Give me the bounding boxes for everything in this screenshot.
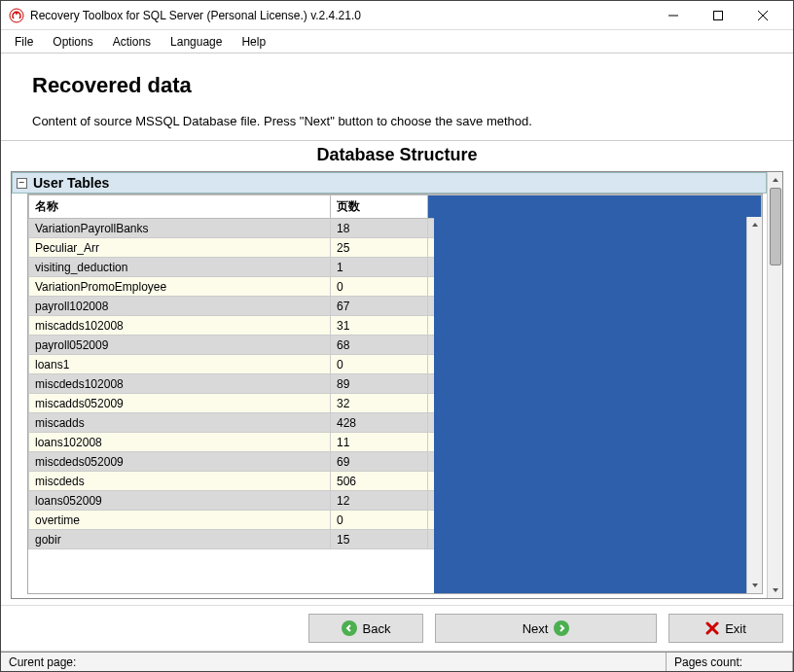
scroll-down-icon[interactable] — [768, 583, 783, 598]
cell-name: miscadds052009 — [29, 394, 331, 413]
cell-pages: 67 — [331, 297, 428, 316]
scroll-thumb[interactable] — [770, 188, 781, 265]
app-icon — [9, 8, 24, 23]
svg-point-1 — [16, 13, 18, 15]
cell-pages: 69 — [331, 452, 428, 472]
next-button[interactable]: Next — [435, 614, 657, 643]
panel-vertical-scrollbar[interactable] — [767, 172, 782, 598]
cell-name: Peculiar_Arr — [29, 238, 331, 258]
scroll-up-icon[interactable] — [768, 172, 783, 188]
cell-name: gobir — [29, 530, 331, 549]
status-current-page: Curent page: — [1, 653, 667, 671]
cell-name: miscadds102008 — [29, 316, 331, 336]
cell-name: visiting_deduction — [29, 258, 331, 277]
section-title: Database Structure — [1, 141, 793, 171]
arrow-left-icon — [342, 620, 357, 636]
cell-pages: 89 — [331, 374, 428, 394]
cell-name: loans052009 — [29, 491, 331, 511]
svg-rect-3 — [714, 11, 723, 19]
button-bar: Back Next Exit — [1, 605, 793, 652]
cell-pages: 68 — [331, 336, 428, 355]
status-pages-count: Pages count: — [667, 653, 793, 671]
arrow-right-icon — [554, 620, 569, 636]
cell-name: VariationPayrollBanks — [29, 219, 331, 238]
menu-file[interactable]: File — [5, 33, 43, 51]
cell-pages: 428 — [331, 413, 428, 433]
cell-pages: 31 — [331, 316, 428, 336]
column-header-pages[interactable]: 页数 — [331, 195, 428, 219]
cell-name: miscadds — [29, 413, 331, 433]
cell-name: loans102008 — [29, 433, 331, 452]
cell-pages: 0 — [331, 511, 428, 530]
menu-language[interactable]: Language — [161, 33, 232, 51]
cell-pages: 15 — [331, 530, 428, 549]
next-label: Next — [523, 621, 549, 636]
cell-name: payroll102008 — [29, 297, 331, 316]
status-bar: Curent page: Pages count: — [1, 652, 793, 671]
minimize-button[interactable] — [651, 2, 696, 29]
exit-label: Exit — [725, 621, 746, 636]
cell-name: loans1 — [29, 355, 331, 374]
cell-name: miscdeds052009 — [29, 452, 331, 472]
cell-name: miscdeds — [29, 472, 331, 491]
cell-name: overtime — [29, 511, 331, 530]
cell-name: VariationPromoEmployee — [29, 277, 331, 297]
cell-pages: 12 — [331, 491, 428, 511]
cell-pages: 506 — [331, 472, 428, 491]
back-label: Back — [363, 621, 391, 636]
header-section: Recovered data Content of source MSSQL D… — [1, 53, 793, 140]
back-button[interactable]: Back — [308, 614, 423, 643]
selection-overlay — [434, 218, 746, 593]
cell-pages: 25 — [331, 238, 428, 258]
cell-pages: 18 — [331, 219, 428, 238]
group-label: User Tables — [33, 175, 109, 191]
maximize-button[interactable] — [696, 2, 740, 29]
menu-bar: File Options Actions Language Help — [1, 30, 793, 53]
exit-button[interactable]: Exit — [668, 614, 783, 643]
title-bar: Recovery Toolbox for SQL Server (Persona… — [1, 1, 793, 30]
page-description: Content of source MSSQL Database file. P… — [32, 114, 762, 128]
scroll-down-icon[interactable] — [748, 578, 762, 593]
cell-pages: 1 — [331, 258, 428, 277]
cell-pages: 0 — [331, 355, 428, 374]
window-title: Recovery Toolbox for SQL Server (Persona… — [30, 9, 651, 22]
menu-options[interactable]: Options — [43, 33, 102, 51]
close-button[interactable] — [740, 2, 785, 29]
cell-name: payroll052009 — [29, 336, 331, 355]
table-vertical-scrollbar[interactable] — [746, 217, 762, 593]
menu-help[interactable]: Help — [232, 33, 275, 51]
cell-name: miscdeds102008 — [29, 374, 331, 394]
column-header-name[interactable]: 名称 — [29, 195, 331, 219]
group-user-tables[interactable]: − User Tables — [12, 172, 767, 194]
table-area: 名称 页数 VariationPayrollBanks18Peculiar_Ar… — [27, 194, 763, 594]
window-controls — [651, 2, 785, 29]
close-icon — [705, 621, 719, 635]
cell-pages: 32 — [331, 394, 428, 413]
database-structure-panel: − User Tables 名称 页数 VariationPayrollBank… — [11, 171, 783, 599]
svg-point-0 — [10, 9, 23, 22]
column-header-blank — [428, 195, 762, 219]
tree-collapse-icon[interactable]: − — [17, 178, 27, 189]
scroll-up-icon[interactable] — [748, 217, 762, 232]
page-title: Recovered data — [32, 73, 762, 98]
cell-pages: 11 — [331, 433, 428, 452]
content-area: Recovered data Content of source MSSQL D… — [1, 53, 793, 652]
menu-actions[interactable]: Actions — [103, 33, 161, 51]
cell-pages: 0 — [331, 277, 428, 297]
